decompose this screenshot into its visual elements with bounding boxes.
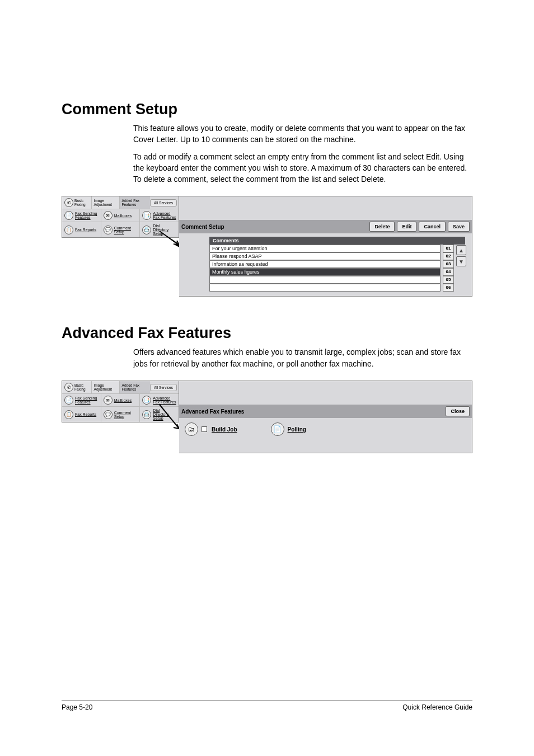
btn-label: Fax Sending Features bbox=[75, 212, 99, 219]
page-footer: Page 5-20 Quick Reference Guide bbox=[62, 701, 472, 711]
document-icon: 📄 bbox=[64, 396, 73, 405]
delete-button[interactable]: Delete bbox=[369, 222, 395, 232]
comment-index: 05 bbox=[443, 276, 454, 284]
comment-row[interactable]: Please respond ASAP 02 bbox=[209, 252, 456, 260]
para-comment-setup-2: To add or modify a comment select an emp… bbox=[62, 151, 472, 185]
directory-icon: 📇 bbox=[142, 226, 151, 234]
directory-icon: 📇 bbox=[142, 410, 151, 419]
polling-icon: 📄 bbox=[271, 422, 284, 436]
btn-label: Advanced Fax Features bbox=[153, 212, 176, 219]
section-title-comment-setup: Comment Setup bbox=[62, 101, 472, 118]
tab-basic-faxing[interactable]: ✆ Basic Faxing bbox=[62, 196, 92, 209]
save-button[interactable]: Save bbox=[448, 222, 470, 232]
btn-label: Comment Setup bbox=[114, 411, 138, 419]
btn-fax-sending[interactable]: 📄 Fax Sending Features bbox=[62, 209, 101, 222]
comment-setup-panel: Comment Setup Delete Edit Cancel Save Co… bbox=[179, 196, 472, 297]
tab-basic-faxing[interactable]: ✆ Basic Faxing bbox=[62, 381, 92, 393]
mailbox-icon: ✉ bbox=[104, 396, 113, 405]
btn-label: Fax Sending Features bbox=[75, 396, 99, 404]
tab-label: Basic Faxing bbox=[74, 199, 89, 206]
comment-index: 03 bbox=[443, 260, 454, 268]
comment-row[interactable]: Information as requested 03 bbox=[209, 260, 456, 268]
all-services-button[interactable]: All Services bbox=[150, 199, 177, 206]
tab-label: Image Adjustment bbox=[94, 383, 117, 391]
btn-label: Mailboxes bbox=[114, 214, 132, 218]
scroll-down-button[interactable]: ▼ bbox=[456, 256, 466, 266]
polling-button[interactable]: 📄 Polling bbox=[271, 422, 306, 436]
btn-fax-sending[interactable]: 📄 Fax Sending Features bbox=[62, 394, 101, 406]
btn-fax-reports[interactable]: 📋 Fax Reports bbox=[62, 222, 101, 237]
screenshot-comment-setup: ✆ Basic Faxing Image Adjustment Added Fa… bbox=[62, 196, 472, 297]
btn-label: Fax Reports bbox=[75, 412, 96, 416]
reports-icon: 📋 bbox=[64, 226, 73, 234]
panel-title: Advanced Fax Features bbox=[181, 408, 443, 415]
comment-text: Monthly sales figures bbox=[209, 268, 441, 276]
cancel-button[interactable]: Cancel bbox=[419, 222, 446, 232]
build-job-icon: 🗂 bbox=[185, 422, 198, 436]
advanced-fax-panel: Advanced Fax Features Close 🗂 Build Job … bbox=[179, 381, 472, 453]
advanced-icon: 📑 bbox=[142, 211, 151, 220]
comment-row[interactable]: Monthly sales figures 04 bbox=[209, 268, 456, 276]
comment-index: 02 bbox=[443, 252, 454, 260]
comment-text: Please respond ASAP bbox=[209, 252, 441, 260]
advanced-icon: 📑 bbox=[142, 396, 151, 405]
comment-text bbox=[209, 284, 441, 292]
fax-icon: ✆ bbox=[64, 383, 73, 392]
build-job-label: Build Job bbox=[212, 426, 237, 433]
btn-comment-setup[interactable]: 💬 Comment Setup bbox=[101, 222, 140, 237]
btn-fax-reports[interactable]: 📋 Fax Reports bbox=[62, 407, 101, 422]
tab-added-fax-features[interactable]: Added Fax Features bbox=[120, 196, 150, 209]
comment-row[interactable]: 06 bbox=[209, 284, 456, 292]
screenshot-advanced-fax: ✆ Basic Faxing Image Adjustment Added Fa… bbox=[62, 381, 472, 453]
fax-icon: ✆ bbox=[64, 198, 73, 207]
reports-icon: 📋 bbox=[64, 410, 73, 419]
tab-label: Image Adjustment bbox=[94, 199, 117, 206]
btn-comment-setup[interactable]: 💬 Comment Setup bbox=[101, 407, 140, 422]
close-button[interactable]: Close bbox=[446, 406, 470, 416]
polling-label: Polling bbox=[288, 426, 306, 433]
btn-mailboxes[interactable]: ✉ Mailboxes bbox=[101, 209, 140, 222]
para-advanced-fax-1: Offers advanced features which enable yo… bbox=[62, 346, 472, 369]
comment-index: 06 bbox=[443, 284, 454, 292]
panel-title: Comment Setup bbox=[181, 224, 367, 230]
btn-label: Comment Setup bbox=[114, 226, 138, 234]
tab-label: Added Fax Features bbox=[122, 383, 148, 391]
btn-label: Fax Reports bbox=[75, 228, 96, 232]
tab-label: Added Fax Features bbox=[122, 199, 148, 206]
tab-label: Basic Faxing bbox=[74, 383, 89, 391]
scroll-up-button[interactable]: ▲ bbox=[456, 245, 466, 255]
comment-icon: 💬 bbox=[104, 226, 113, 234]
footer-doc-title: Quick Reference Guide bbox=[402, 703, 472, 711]
tab-image-adjustment[interactable]: Image Adjustment bbox=[92, 196, 120, 209]
document-icon: 📄 bbox=[64, 211, 73, 220]
comment-text bbox=[209, 276, 441, 284]
btn-advanced-fax[interactable]: 📑 Advanced Fax Features bbox=[140, 209, 179, 222]
comment-index: 01 bbox=[443, 245, 454, 252]
all-services-button[interactable]: All Services bbox=[150, 384, 177, 391]
edit-button[interactable]: Edit bbox=[397, 222, 416, 232]
tab-image-adjustment[interactable]: Image Adjustment bbox=[92, 381, 120, 393]
comment-row[interactable]: 05 bbox=[209, 276, 456, 284]
btn-mailboxes[interactable]: ✉ Mailboxes bbox=[101, 394, 140, 406]
comment-icon: 💬 bbox=[104, 410, 113, 419]
build-job-button[interactable]: 🗂 Build Job bbox=[185, 422, 237, 436]
mailbox-icon: ✉ bbox=[104, 211, 113, 220]
comment-index: 04 bbox=[443, 268, 454, 276]
btn-label: Mailboxes bbox=[114, 398, 132, 402]
comment-text: Information as requested bbox=[209, 260, 441, 268]
section-title-advanced-fax: Advanced Fax Features bbox=[62, 325, 472, 342]
tab-added-fax-features[interactable]: Added Fax Features bbox=[120, 381, 150, 393]
footer-page-number: Page 5-20 bbox=[62, 703, 92, 711]
para-comment-setup-1: This feature allows you to create, modif… bbox=[62, 123, 472, 145]
comment-text: For your urgent attention bbox=[209, 245, 441, 252]
comments-header: Comments bbox=[209, 237, 465, 245]
checkbox-icon bbox=[202, 426, 207, 432]
comment-row[interactable]: For your urgent attention 01 bbox=[209, 245, 456, 252]
